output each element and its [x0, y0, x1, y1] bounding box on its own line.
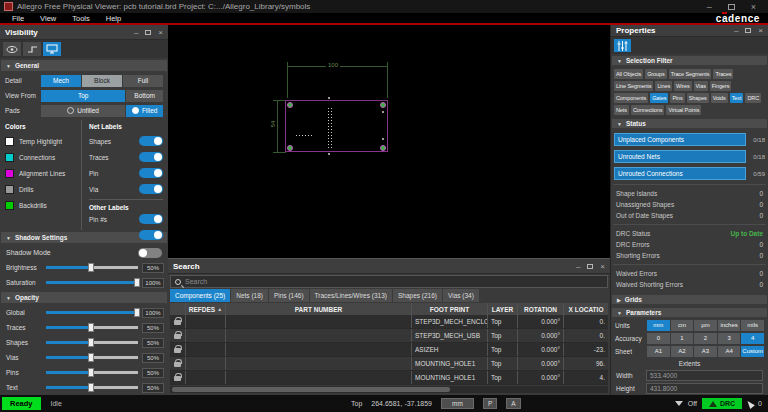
- view-from-option-button[interactable]: Bottom: [126, 90, 163, 102]
- unit-option-button[interactable]: mils: [741, 320, 764, 331]
- color-item[interactable]: Alignment Lines: [5, 165, 81, 181]
- filter-chip[interactable]: Virtual Points: [666, 105, 701, 115]
- accuracy-option-button[interactable]: 0: [647, 333, 670, 344]
- filter-chip[interactable]: Text: [730, 93, 744, 103]
- refdes-column-header[interactable]: REFDES▲: [186, 303, 226, 315]
- filter-chip[interactable]: Groups: [645, 69, 666, 79]
- search-tab[interactable]: Pins (146): [269, 289, 309, 302]
- sheet-option-button[interactable]: A3: [694, 346, 717, 357]
- section-parameters[interactable]: Parameters: [612, 308, 767, 317]
- sheet-option-button[interactable]: A4: [718, 346, 741, 357]
- panel-float-icon[interactable]: [587, 264, 593, 269]
- filter-chip[interactable]: DRC: [745, 93, 761, 103]
- height-field[interactable]: [646, 383, 763, 394]
- section-status[interactable]: Status: [612, 119, 767, 128]
- filter-chip[interactable]: Line Segments: [614, 81, 653, 91]
- unit-option-button[interactable]: cm: [671, 320, 694, 331]
- toggle-switch[interactable]: [139, 214, 163, 224]
- shadow-mode-toggle[interactable]: [138, 248, 162, 258]
- table-row[interactable]: STEP3D_MECH_ENCLOSURE Top 0.000° 0.: [170, 315, 608, 329]
- slider-track[interactable]: [46, 356, 138, 359]
- sheet-option-button[interactable]: Custom: [741, 346, 764, 357]
- view-from-option-button[interactable]: Top: [41, 90, 125, 102]
- menu-item[interactable]: Help: [98, 14, 129, 23]
- section-opacity[interactable]: Opacity: [1, 292, 167, 303]
- scrollbar-thumb[interactable]: [172, 387, 450, 392]
- slider-thumb[interactable]: [88, 323, 94, 332]
- filter-chip[interactable]: Wires: [674, 81, 692, 91]
- search-tab[interactable]: Shapes (216): [393, 289, 442, 302]
- accuracy-option-button[interactable]: 2: [694, 333, 717, 344]
- drc-button[interactable]: DRC: [702, 398, 742, 409]
- search-tab[interactable]: Components (25): [170, 289, 230, 302]
- pads-option-button[interactable]: Unfilled: [41, 105, 125, 117]
- lock-icon[interactable]: [174, 320, 181, 325]
- slider-thumb[interactable]: [88, 353, 94, 362]
- slider-thumb[interactable]: [88, 263, 94, 272]
- filter-chip[interactable]: Connections: [631, 105, 664, 115]
- color-swatch[interactable]: [5, 169, 14, 178]
- accuracy-option-button[interactable]: 3: [718, 333, 741, 344]
- slider-track[interactable]: [46, 341, 138, 344]
- panel-close-icon[interactable]: ×: [158, 28, 163, 37]
- status-bar-button[interactable]: Unplaced Components: [614, 133, 746, 146]
- slider-track[interactable]: [46, 371, 138, 374]
- rotation-column-header[interactable]: ROTATION: [518, 303, 564, 315]
- filter-chip[interactable]: Vias: [694, 81, 708, 91]
- slider-track[interactable]: [46, 386, 138, 389]
- window-minimize-button[interactable]: –: [707, 2, 712, 12]
- menu-item[interactable]: File: [4, 14, 32, 23]
- filter-chip[interactable]: Components: [614, 93, 648, 103]
- filter-chip[interactable]: Pins: [670, 93, 684, 103]
- filter-chip[interactable]: Lines: [655, 81, 672, 91]
- pcb-canvas[interactable]: 100 54: [168, 25, 610, 258]
- sheet-option-button[interactable]: A2: [671, 346, 694, 357]
- units-toggle-button[interactable]: mm: [441, 398, 474, 409]
- color-item[interactable]: Temp Highlight: [5, 133, 81, 149]
- slider-thumb[interactable]: [88, 383, 94, 392]
- highlight-filter-icon[interactable]: [675, 401, 683, 406]
- section-grids[interactable]: Grids: [612, 295, 767, 304]
- lock-icon[interactable]: [174, 362, 181, 367]
- table-row[interactable]: MOUNTING_HOLE1 Top 0.000° 96.: [170, 357, 608, 371]
- x-location-column-header[interactable]: X LOCATIO: [564, 303, 608, 315]
- slider-track[interactable]: [46, 326, 138, 329]
- menu-item[interactable]: View: [32, 14, 64, 23]
- search-tab[interactable]: Traces/Lines/Wires (313): [310, 289, 392, 302]
- unit-option-button[interactable]: inches: [718, 320, 741, 331]
- lock-icon[interactable]: [174, 376, 181, 381]
- lock-icon[interactable]: [174, 334, 181, 339]
- p-button[interactable]: P: [483, 398, 497, 409]
- window-maximize-button[interactable]: [728, 4, 735, 10]
- unit-option-button[interactable]: µm: [694, 320, 717, 331]
- filter-chip[interactable]: All Objects: [614, 69, 643, 79]
- panel-close-icon[interactable]: ×: [758, 26, 763, 35]
- status-bar-button[interactable]: Unrouted Nets: [614, 150, 746, 163]
- waveform-tab[interactable]: [23, 42, 41, 56]
- horizontal-scrollbar[interactable]: [170, 386, 608, 393]
- color-item[interactable]: Drills: [5, 181, 81, 197]
- color-swatch[interactable]: [5, 185, 14, 194]
- table-row[interactable]: STEP3D_MECH_USB Top 0.000° 0.: [170, 329, 608, 343]
- part-number-column-header[interactable]: PART NUMBER: [226, 303, 412, 315]
- panel-float-icon[interactable]: [745, 28, 751, 33]
- search-tab[interactable]: Nets (18): [231, 289, 268, 302]
- width-field[interactable]: [646, 370, 763, 381]
- sheet-option-button[interactable]: A1: [647, 346, 670, 357]
- footprint-column-header[interactable]: FOOT PRINT: [412, 303, 488, 315]
- layer-column-header[interactable]: LAYER: [488, 303, 518, 315]
- menu-item[interactable]: Tools: [64, 14, 98, 23]
- table-row[interactable]: ASIZEH Top 0.000° -23.: [170, 343, 608, 357]
- toggle-switch[interactable]: [139, 168, 163, 178]
- panel-minimize-icon[interactable]: –: [734, 26, 738, 35]
- slider-track[interactable]: [46, 281, 138, 284]
- display-tab[interactable]: [43, 42, 61, 56]
- filter-chip[interactable]: Nets: [614, 105, 629, 115]
- toggle-switch[interactable]: [139, 184, 163, 194]
- slider-thumb[interactable]: [134, 308, 140, 317]
- pads-option-button[interactable]: Filled: [126, 105, 163, 117]
- toggle-switch[interactable]: [139, 230, 163, 240]
- layers-tab[interactable]: [3, 42, 21, 56]
- filter-chip[interactable]: Shapes: [687, 93, 709, 103]
- filters-tab[interactable]: [614, 39, 631, 52]
